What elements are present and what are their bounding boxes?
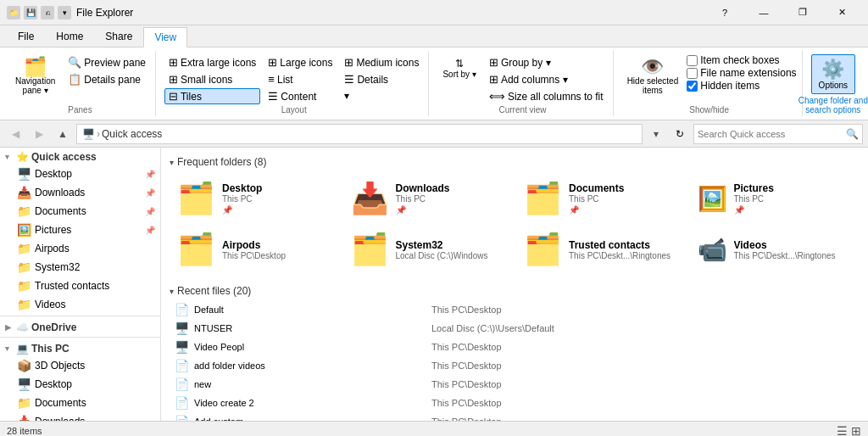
sidebar-item-documents-pc[interactable]: 📁 Documents <box>0 394 160 412</box>
folder-tile-pictures[interactable]: 🖼️ Pictures This PC 📌 <box>690 175 860 222</box>
folder-tile-trusted-contacts[interactable]: 🗂️ Trusted contacts This PC\Deskt...\Rin… <box>516 226 687 273</box>
file-name-extensions-label[interactable]: File name extensions <box>687 67 796 79</box>
table-row[interactable]: 📄 Default This PC\Desktop <box>170 300 860 319</box>
table-row[interactable]: 📄 Add custom This PC\Desktop <box>170 412 860 421</box>
content-area: ▾ Frequent folders (8) 🗂️ Desktop This P… <box>161 148 868 421</box>
3d-objects-folder-icon: 📦 <box>17 359 31 372</box>
navigation-pane-button[interactable]: 🗂️ Navigationpane ▾ <box>10 54 60 98</box>
large-icons-button[interactable]: ⊞ Large icons <box>264 54 337 70</box>
folder-tile-system32[interactable]: 🗂️ System32 Local Disc (C:\)Windows <box>343 226 514 273</box>
folder-tile-desktop[interactable]: 🗂️ Desktop This PC 📌 <box>170 175 340 222</box>
quick-access-icon: ⭐ <box>16 151 29 163</box>
file-icon-default: 📄 <box>175 303 189 316</box>
group-by-button[interactable]: ⊞ Group by ▾ <box>485 54 608 70</box>
path-quick-access[interactable]: Quick access <box>102 128 162 140</box>
tab-file[interactable]: File <box>7 26 45 47</box>
sort-by-button[interactable]: ⇅ Sort by ▾ <box>437 54 481 82</box>
folder-tile-videos[interactable]: 📹 Videos This PC\Deskt...\Ringtones <box>690 226 860 273</box>
list-button[interactable]: ≡ List <box>264 71 337 87</box>
address-bar: ◀ ▶ ▲ 🖥️ › Quick access ▾ ↻ 🔍 <box>0 120 868 148</box>
sidebar-section-onedrive[interactable]: ▶ ☁️ OneDrive <box>0 318 160 335</box>
add-columns-button[interactable]: ⊞ Add columns ▾ <box>485 71 608 87</box>
sidebar-item-documents[interactable]: 📁 Documents 📌 <box>0 202 160 221</box>
table-row[interactable]: 🖥️ NTUSER Local Disc (C:\)\Users\Default <box>170 319 860 338</box>
sidebar-item-videos[interactable]: 📁 Videos <box>0 295 160 314</box>
medium-icons-button[interactable]: ⊞ Medium icons <box>340 54 423 70</box>
folder-tile-documents[interactable]: 🗂️ Documents This PC 📌 <box>516 175 687 222</box>
sidebar-item-desktop-pc[interactable]: 🖥️ Desktop <box>0 375 160 394</box>
desktop-tile-pin: 📌 <box>222 205 262 215</box>
sidebar-item-system32[interactable]: 📁 System32 <box>0 258 160 277</box>
ribbon-group-current-view: ⇅ Sort by ▾ ⊞ Group by ▾ ⊞ Add columns ▾… <box>432 51 613 116</box>
table-row[interactable]: 🖥️ Video Peopl This PC\Desktop <box>170 338 860 356</box>
ribbon-view: 🗂️ Navigationpane ▾ 🔍 Preview pane 📋 Det… <box>0 48 868 120</box>
ribbon-group-layout: ⊞ Extra large icons ⊞ Small icons ⊟ Tile… <box>159 51 429 116</box>
desktop-pin-icon: 📌 <box>145 170 155 179</box>
tiles-button[interactable]: ⊟ Tiles <box>164 88 260 104</box>
hide-selected-button[interactable]: 👁️ Hide selecteditems <box>622 54 684 98</box>
folder-tile-airpods[interactable]: 🗂️ Airpods This PC\Desktop <box>170 226 340 273</box>
airpods-tile-icon: 🗂️ <box>177 232 215 267</box>
search-icon: 🔍 <box>846 128 859 140</box>
sidebar-this-pc-label: This PC <box>31 343 70 355</box>
sidebar-section-quick-access[interactable]: ▾ ⭐ Quick access <box>0 148 160 165</box>
address-path[interactable]: 🖥️ › Quick access <box>76 124 643 144</box>
dropdown-icon[interactable]: ▾ <box>58 6 71 20</box>
sidebar-item-desktop[interactable]: 🖥️ Desktop 📌 <box>0 165 160 183</box>
minimize-button[interactable]: — <box>744 0 783 25</box>
layout-col3: ⊞ Medium icons ☰ Details ▾ <box>340 54 423 103</box>
size-columns-button[interactable]: ⟺ Size all columns to fit <box>485 88 608 104</box>
back-button[interactable]: ◀ <box>5 124 25 144</box>
folder-tile-downloads[interactable]: 📥 Downloads This PC 📌 <box>343 175 514 222</box>
sidebar-item-downloads-pc[interactable]: 📥 Downloads <box>0 412 160 421</box>
file-icon-video-peopl: 🖥️ <box>175 340 189 354</box>
preview-pane-button[interactable]: 🔍 Preview pane <box>64 54 150 70</box>
sidebar-item-3d-objects[interactable]: 📦 3D Objects <box>0 356 160 375</box>
nav-pane-icon: 🗂️ <box>24 58 47 76</box>
sidebar-item-downloads[interactable]: 📥 Downloads 📌 <box>0 183 160 202</box>
hidden-items-label[interactable]: Hidden items <box>687 80 796 92</box>
sidebar-item-trusted-contacts[interactable]: 📁 Trusted contacts <box>0 277 160 295</box>
tab-view[interactable]: View <box>143 27 187 48</box>
panes-col: 🔍 Preview pane 📋 Details pane <box>64 54 150 87</box>
maximize-button[interactable]: ❐ <box>783 0 822 25</box>
sidebar-item-airpods[interactable]: 📁 Airpods <box>0 239 160 258</box>
pictures-folder-icon: 🖼️ <box>17 223 31 237</box>
details-button[interactable]: ☰ Details <box>340 71 423 87</box>
title-bar: 📁 💾 ⎌ ▾ File Explorer ? — ❐ ✕ <box>0 0 868 25</box>
recent-files-header[interactable]: ▾ Recent files (20) <box>170 280 860 300</box>
view-tiles-button[interactable]: ⊞ <box>851 424 861 437</box>
tab-share[interactable]: Share <box>94 26 143 47</box>
documents-folder-icon: 📁 <box>17 204 31 218</box>
close-button[interactable]: ✕ <box>822 0 861 25</box>
table-row[interactable]: 📄 add folder videos This PC\Desktop <box>170 356 860 375</box>
item-check-boxes-label[interactable]: Item check boxes <box>687 54 796 66</box>
item-check-boxes-checkbox[interactable] <box>687 55 698 66</box>
hidden-items-checkbox[interactable] <box>687 81 698 92</box>
frequent-folders-chevron: ▾ <box>170 158 174 167</box>
layout-col2: ⊞ Large icons ≡ List ☰ Content <box>264 54 337 104</box>
dropdown-path-button[interactable]: ▾ <box>646 124 666 144</box>
small-icons-button[interactable]: ⊞ Small icons <box>164 71 260 87</box>
view-details-button[interactable]: ☰ <box>837 424 848 437</box>
table-row[interactable]: 📄 new This PC\Desktop <box>170 375 860 394</box>
details-pane-button[interactable]: 📋 Details pane <box>64 71 150 87</box>
table-row[interactable]: 📄 Video create 2 This PC\Desktop <box>170 394 860 412</box>
title-bar-left: 📁 💾 ⎌ ▾ File Explorer <box>7 6 133 20</box>
search-input[interactable] <box>698 129 843 139</box>
content-button[interactable]: ☰ Content <box>264 88 337 104</box>
frequent-folders-header[interactable]: ▾ Frequent folders (8) <box>170 151 860 171</box>
layout-expand-button[interactable]: ▾ <box>340 88 423 103</box>
up-button[interactable]: ▲ <box>53 124 73 144</box>
tab-home[interactable]: Home <box>45 26 94 47</box>
options-button[interactable]: ⚙️ Options <box>811 54 855 94</box>
sidebar-item-pictures[interactable]: 🖼️ Pictures 📌 <box>0 221 160 239</box>
file-name-extensions-checkbox[interactable] <box>687 68 698 79</box>
desktop-pc-folder-icon: 🖥️ <box>17 377 31 391</box>
forward-button[interactable]: ▶ <box>29 124 49 144</box>
layout-col1: ⊞ Extra large icons ⊞ Small icons ⊟ Tile… <box>164 54 260 104</box>
extra-large-icons-button[interactable]: ⊞ Extra large icons <box>164 54 260 70</box>
help-button[interactable]: ? <box>705 0 744 25</box>
sidebar-section-this-pc[interactable]: ▾ 💻 This PC <box>0 339 160 356</box>
refresh-button[interactable]: ↻ <box>670 124 690 144</box>
